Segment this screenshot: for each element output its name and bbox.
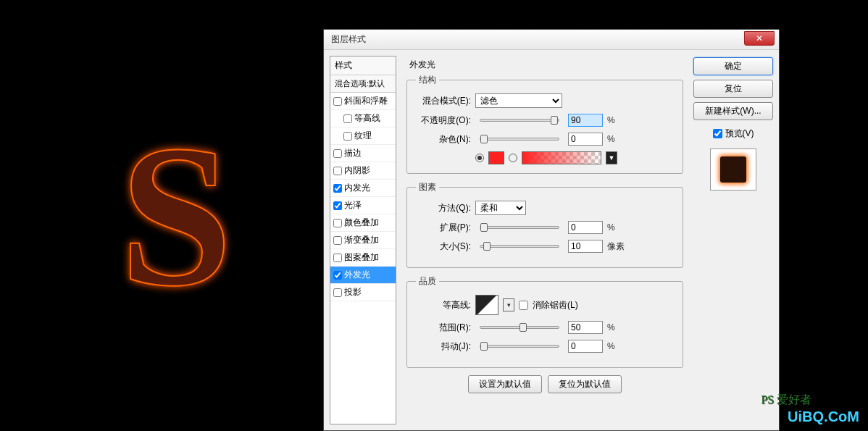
size-unit: 像素 (607, 240, 625, 253)
preview-checkbox[interactable] (713, 129, 722, 138)
percent-unit: % (607, 134, 625, 144)
canvas-area: S (0, 0, 323, 431)
antialias-label: 消除锯齿(L) (533, 299, 578, 311)
panel-title: 外发光 (406, 59, 683, 71)
percent-unit: % (607, 322, 625, 332)
new-style-button[interactable]: 新建样式(W)... (693, 102, 773, 120)
titlebar[interactable]: 图层样式 ✕ (324, 30, 779, 50)
preview-box (710, 148, 756, 191)
style-item-11[interactable]: 投影 (330, 284, 396, 301)
spread-slider[interactable] (480, 226, 559, 229)
style-checkbox[interactable] (333, 149, 342, 158)
contour-picker[interactable] (475, 295, 498, 315)
quality-legend: 品质 (416, 275, 439, 288)
range-label: 范围(R): (416, 322, 471, 334)
range-input[interactable] (568, 321, 603, 334)
style-checkbox[interactable] (333, 236, 342, 245)
styles-header[interactable]: 样式 (330, 57, 396, 75)
gradient-preview[interactable] (522, 151, 601, 164)
style-item-1[interactable]: 等高线 (330, 110, 396, 127)
contour-label: 等高线: (416, 299, 471, 311)
cancel-button[interactable]: 复位 (693, 80, 773, 98)
style-item-3[interactable]: 描边 (330, 145, 396, 162)
range-slider[interactable] (480, 326, 559, 329)
set-default-button[interactable]: 设置为默认值 (468, 375, 542, 393)
glow-color-swatch[interactable] (488, 151, 504, 164)
style-item-6[interactable]: 光泽 (330, 197, 396, 214)
noise-label: 杂色(N): (416, 133, 471, 146)
spread-input[interactable] (568, 221, 603, 234)
size-input[interactable] (568, 240, 603, 253)
style-item-4[interactable]: 内阴影 (330, 162, 396, 180)
style-item-label: 光泽 (344, 199, 362, 212)
style-item-label: 描边 (344, 147, 362, 159)
style-item-label: 图案叠加 (344, 251, 379, 264)
elements-group: 图素 方法(Q): 柔和 扩展(P): % 大小(S): (406, 181, 683, 268)
opacity-label: 不透明度(O): (416, 114, 471, 127)
structure-group: 结构 混合模式(E): 滤色 不透明度(O): % 杂色(N): (406, 74, 683, 174)
ok-button[interactable]: 确定 (693, 57, 773, 75)
styles-list: 样式 混合选项:默认 斜面和浮雕等高线纹理描边内阴影内发光光泽颜色叠加渐变叠加图… (330, 56, 396, 424)
gradient-dropdown[interactable]: ▼ (606, 151, 617, 164)
style-checkbox[interactable] (333, 201, 342, 210)
noise-slider[interactable] (480, 138, 559, 141)
style-checkbox[interactable] (333, 184, 342, 193)
style-checkbox[interactable] (343, 114, 352, 123)
style-item-5[interactable]: 内发光 (330, 180, 396, 197)
solid-color-radio[interactable] (475, 154, 484, 162)
style-checkbox[interactable] (333, 97, 342, 106)
style-item-label: 斜面和浮雕 (344, 95, 388, 107)
style-item-9[interactable]: 图案叠加 (330, 249, 396, 267)
style-checkbox[interactable] (333, 219, 342, 227)
style-item-label: 外发光 (344, 269, 370, 281)
style-item-label: 内阴影 (344, 164, 370, 177)
style-item-7[interactable]: 颜色叠加 (330, 214, 396, 232)
style-checkbox[interactable] (333, 254, 342, 262)
main-panel: 外发光 结构 混合模式(E): 滤色 不透明度(O): % 杂色(N): (401, 56, 689, 424)
antialias-checkbox[interactable] (519, 301, 528, 310)
style-item-label: 渐变叠加 (344, 234, 379, 246)
style-item-10[interactable]: 外发光 (330, 267, 396, 284)
size-slider[interactable] (480, 245, 559, 248)
layer-style-dialog: 图层样式 ✕ 样式 混合选项:默认 斜面和浮雕等高线纹理描边内阴影内发光光泽颜色… (323, 29, 780, 431)
quality-group: 品质 等高线: ▾ 消除锯齿(L) 范围(R): % 抖动(J): (406, 275, 683, 368)
jitter-label: 抖动(J): (416, 340, 471, 353)
watermark-text: UiBQ.CoM (788, 409, 859, 425)
jitter-input[interactable] (568, 340, 603, 353)
right-panel: 确定 复位 新建样式(W)... 预览(V) (693, 56, 773, 424)
technique-select[interactable]: 柔和 (475, 201, 526, 215)
style-item-0[interactable]: 斜面和浮雕 (330, 93, 396, 110)
letter-s-artwork: S (120, 99, 233, 332)
noise-input[interactable] (568, 133, 603, 146)
style-item-label: 颜色叠加 (344, 217, 379, 229)
preview-thumbnail (720, 156, 746, 183)
reset-default-button[interactable]: 复位为默认值 (548, 375, 622, 393)
opacity-slider[interactable] (480, 119, 559, 122)
style-item-2[interactable]: 纹理 (330, 127, 396, 145)
opacity-input[interactable] (568, 114, 603, 127)
structure-legend: 结构 (416, 74, 439, 86)
blend-mode-select[interactable]: 滤色 (475, 93, 562, 108)
close-icon: ✕ (756, 33, 763, 43)
dialog-body: 样式 混合选项:默认 斜面和浮雕等高线纹理描边内阴影内发光光泽颜色叠加渐变叠加图… (324, 50, 779, 430)
percent-unit: % (607, 222, 625, 233)
dialog-title: 图层样式 (331, 33, 366, 46)
preview-label: 预览(V) (725, 127, 754, 140)
style-item-8[interactable]: 渐变叠加 (330, 232, 396, 249)
jitter-slider[interactable] (480, 345, 559, 348)
style-checkbox[interactable] (343, 132, 352, 141)
style-item-label: 内发光 (344, 182, 370, 194)
blend-mode-label: 混合模式(E): (416, 95, 471, 107)
contour-dropdown[interactable]: ▾ (503, 298, 514, 311)
spread-label: 扩展(P): (416, 222, 471, 234)
style-checkbox[interactable] (333, 167, 342, 175)
blend-options-default[interactable]: 混合选项:默认 (330, 75, 396, 93)
style-checkbox[interactable] (333, 288, 342, 297)
gradient-radio[interactable] (509, 154, 517, 162)
watermark-text-2: PS 爱好者 (761, 393, 811, 408)
style-item-label: 投影 (344, 286, 362, 298)
elements-legend: 图素 (416, 181, 439, 193)
close-button[interactable]: ✕ (744, 31, 775, 46)
style-item-label: 等高线 (354, 112, 380, 125)
style-checkbox[interactable] (333, 271, 342, 280)
